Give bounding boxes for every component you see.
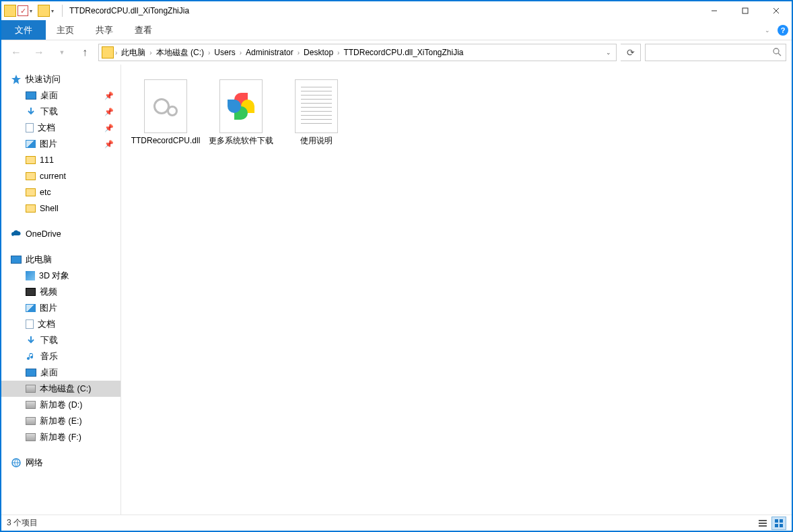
window-title: TTDRecordCPU.dll_XiTongZhiJia — [69, 6, 189, 15]
folder-icon — [102, 46, 114, 59]
properties-icon[interactable]: ✓ — [18, 5, 28, 16]
url-icon — [219, 79, 263, 133]
nav-item[interactable]: 新加卷 (F:) — [1, 429, 120, 445]
nav-item[interactable]: 新加卷 (E:) — [1, 413, 120, 429]
nav-item[interactable]: 图片 — [1, 300, 120, 316]
maximize-button[interactable] — [730, 1, 761, 20]
tab-view[interactable]: 查看 — [124, 20, 163, 40]
download-icon — [26, 335, 36, 346]
nav-item-label: Shell — [40, 204, 59, 213]
nav-group-quick-access: 快速访问 桌面📌下载📌文档📌图片📌111currentetcShell — [1, 71, 120, 217]
pictures-icon — [26, 140, 36, 148]
nav-item-label: 新加卷 (F:) — [40, 432, 81, 443]
folder-icon — [26, 156, 36, 164]
address-bar-row: ← → ▼ ↑ › 此电脑 › 本地磁盘 (C:) › Users › Admi… — [1, 40, 792, 65]
search-input[interactable] — [645, 44, 786, 61]
nav-item-label: 文档 — [38, 122, 55, 134]
nav-header-this-pc[interactable]: 此电脑 — [1, 252, 120, 268]
qat-dropdown-icon[interactable]: ▾ — [30, 8, 36, 14]
music-icon — [26, 351, 36, 362]
svg-rect-15 — [780, 524, 783, 527]
file-list-pane[interactable]: TTDRecordCPU.dll更多系统软件下载使用说明 — [121, 65, 792, 515]
nav-item[interactable]: 下载📌 — [1, 104, 120, 120]
folder-icon — [26, 204, 36, 213]
nav-item[interactable]: 音乐 — [1, 348, 120, 365]
view-details-button[interactable] — [755, 517, 770, 530]
breadcrumb-segment[interactable]: Desktop — [300, 48, 337, 57]
file-item[interactable]: 更多系统软件下载 — [203, 77, 279, 148]
pin-icon: 📌 — [104, 91, 114, 100]
explorer-window: ✓ ▾ ▾ TTDRecordCPU.dll_XiTongZhiJia 文件 主… — [0, 0, 793, 532]
nav-label: OneDrive — [26, 229, 61, 239]
svg-line-5 — [778, 53, 781, 56]
nav-item[interactable]: 桌面 — [1, 365, 120, 381]
close-button[interactable] — [761, 1, 792, 20]
svg-rect-13 — [780, 519, 783, 523]
network-icon — [11, 457, 22, 468]
navigation-pane[interactable]: 快速访问 桌面📌下载📌文档📌图片📌111currentetcShell OneD… — [1, 65, 121, 515]
breadcrumb-segment[interactable]: Users — [210, 48, 239, 57]
tab-file[interactable]: 文件 — [1, 20, 46, 40]
nav-item[interactable]: 视频 — [1, 284, 120, 300]
nav-item[interactable]: 3D 对象 — [1, 268, 120, 284]
nav-item-label: 桌面 — [40, 90, 58, 102]
svg-rect-11 — [759, 525, 767, 527]
nav-item[interactable]: Shell — [1, 200, 120, 217]
search-icon — [772, 47, 782, 59]
recent-locations-button[interactable]: ▼ — [53, 43, 71, 62]
nav-item[interactable]: 文档📌 — [1, 120, 120, 136]
nav-item-label: 音乐 — [40, 351, 58, 363]
minimize-button[interactable] — [699, 1, 730, 20]
svg-rect-10 — [759, 523, 767, 524]
folder-icon — [26, 172, 36, 180]
nav-group-this-pc: 此电脑 3D 对象视频图片文档下载音乐桌面本地磁盘 (C:)新加卷 (D:)新加… — [1, 252, 120, 445]
svg-rect-14 — [775, 524, 778, 527]
ribbon-tabs: 文件 主页 共享 查看 ⌄ ? — [1, 20, 792, 40]
svg-rect-12 — [775, 519, 778, 523]
nav-item[interactable]: etc — [1, 184, 120, 200]
nav-item[interactable]: 图片📌 — [1, 136, 120, 152]
help-button[interactable]: ? — [774, 20, 792, 40]
file-item[interactable]: 使用说明 — [279, 77, 354, 148]
back-button[interactable]: ← — [7, 43, 26, 62]
quick-access-toolbar: ✓ ▾ ▾ — [1, 5, 65, 17]
breadcrumb-bar[interactable]: › 此电脑 › 本地磁盘 (C:) › Users › Administrato… — [98, 44, 617, 61]
nav-item-label: 图片 — [40, 303, 57, 314]
folder-icon — [38, 5, 50, 17]
view-large-icons-button[interactable] — [771, 517, 786, 530]
title-bar: ✓ ▾ ▾ TTDRecordCPU.dll_XiTongZhiJia — [1, 1, 792, 20]
nav-header-quick-access[interactable]: 快速访问 — [1, 71, 120, 87]
nav-item-label: 新加卷 (D:) — [40, 400, 82, 411]
breadcrumb-dropdown-icon[interactable]: ⌄ — [601, 49, 616, 56]
nav-header-network[interactable]: 网络 — [1, 455, 120, 471]
nav-item[interactable]: current — [1, 168, 120, 184]
file-label: 更多系统软件下载 — [209, 136, 273, 145]
up-button[interactable]: ↑ — [75, 43, 94, 62]
svg-point-4 — [773, 48, 779, 54]
nav-item[interactable]: 新加卷 (D:) — [1, 397, 120, 413]
nav-item-label: 下载 — [40, 106, 58, 118]
pin-icon: 📌 — [104, 124, 114, 132]
nav-item[interactable]: 下载 — [1, 332, 120, 348]
ribbon-expand-icon[interactable]: ⌄ — [761, 20, 774, 40]
nav-item[interactable]: 本地磁盘 (C:) — [1, 381, 120, 397]
forward-button[interactable]: → — [30, 43, 48, 62]
breadcrumb-segment[interactable]: 此电脑 — [117, 47, 149, 59]
nav-item[interactable]: 111 — [1, 152, 120, 168]
nav-item[interactable]: 文档 — [1, 316, 120, 332]
nav-item[interactable]: 桌面📌 — [1, 87, 120, 104]
breadcrumb-segment[interactable]: TTDRecordCPU.dll_XiTongZhiJia — [339, 48, 467, 57]
breadcrumb-segment[interactable]: 本地磁盘 (C:) — [152, 47, 208, 59]
qat-dropdown-icon[interactable]: ▾ — [51, 8, 58, 14]
tab-home[interactable]: 主页 — [46, 20, 85, 40]
tab-share[interactable]: 共享 — [85, 20, 124, 40]
nav-item-label: 文档 — [38, 319, 55, 330]
folder-icon[interactable] — [4, 5, 16, 17]
breadcrumb-segment[interactable]: Administrator — [242, 48, 298, 57]
nav-header-onedrive[interactable]: OneDrive — [1, 226, 120, 242]
file-item[interactable]: TTDRecordCPU.dll — [128, 77, 203, 148]
video-icon — [26, 288, 36, 296]
download-icon — [26, 106, 36, 117]
status-bar: 3 个项目 — [1, 515, 792, 531]
refresh-button[interactable]: ⟳ — [621, 44, 641, 61]
